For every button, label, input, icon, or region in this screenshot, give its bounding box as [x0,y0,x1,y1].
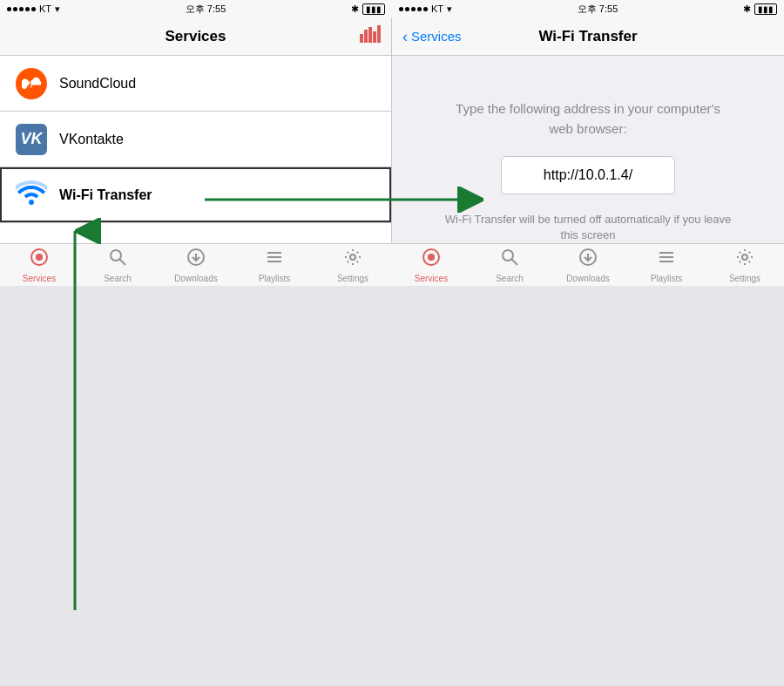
downloads-tab-icon [186,248,206,272]
svg-point-14 [350,255,355,260]
left-tab-playlists[interactable]: Playlists [235,244,314,286]
svg-rect-3 [373,31,376,43]
right-wifi: ▾ [447,3,452,15]
svg-rect-0 [360,34,363,43]
right-panel-header: ‹ Services Wi-Fi Transfer [392,17,784,56]
right-tab-downloads[interactable]: Downloads [549,244,627,286]
left-battery: ✱ ▮▮▮ [351,3,385,15]
right-downloads-tab-icon [578,248,598,272]
search-tab-icon [108,248,127,272]
right-tab-bar: Services Search [392,243,784,286]
vkontakte-label: VKontakte [59,132,124,147]
svg-point-6 [36,254,43,261]
right-tab-search[interactable]: Search [470,244,549,286]
svg-line-18 [512,259,518,265]
left-services-tab-label: Services [23,274,56,283]
main-panels: Services [0,17,784,286]
right-services-tab-label: Services [415,274,448,283]
left-panel-title: Services [166,28,226,45]
left-time: 오후 7:55 [186,3,226,16]
back-chevron-icon: ‹ [402,29,408,44]
right-panel-title: Wi-Fi Transfer [538,28,637,45]
right-services-tab-icon [422,248,441,272]
right-carrier: KT [431,3,443,14]
list-item-wifi-transfer[interactable]: Wi-Fi Transfer [0,167,391,223]
right-time: 오후 7:55 [578,3,618,16]
left-playlists-tab-label: Playlists [259,274,291,283]
chart-icon[interactable] [360,25,381,47]
left-tab-bar: Services Search [0,243,392,286]
left-search-tab-label: Search [104,274,132,283]
left-tab-downloads[interactable]: Downloads [157,244,235,286]
left-signal: KT ▾ [7,3,60,15]
left-tab-search[interactable]: Search [78,244,157,286]
left-downloads-tab-label: Downloads [174,274,217,283]
carrier-name: KT [39,3,51,14]
left-panel: Services [0,17,392,286]
left-tab-services[interactable]: Services [0,244,78,286]
right-status-bar: KT ▾ 오후 7:55 ✱ ▮▮▮ [392,0,784,17]
battery-icon: ▮▮▮ [362,3,385,15]
wifi-status: ▾ [55,3,60,15]
left-tab-settings[interactable]: Settings [314,244,392,286]
right-panel: ‹ Services Wi-Fi Transfer Type the follo… [392,17,784,286]
right-content: Type the following address in your compu… [392,56,784,243]
right-tab-settings[interactable]: Settings [706,244,784,286]
right-downloads-tab-label: Downloads [566,274,609,283]
services-list: SoundCloud VK VKontakte [0,56,391,243]
svg-rect-4 [377,25,381,43]
svg-point-24 [742,255,747,260]
list-item-vkontakte[interactable]: VK VKontakte [0,112,391,167]
right-playlists-tab-icon [657,248,676,272]
soundcloud-icon [14,66,49,101]
list-item-soundcloud[interactable]: SoundCloud [0,56,391,112]
warning-text: Wi-Fi Transfer will be turned off automa… [422,212,754,243]
svg-rect-1 [364,30,368,43]
services-tab-icon [30,248,49,272]
wifi-transfer-label: Wi-Fi Transfer [59,187,152,203]
signal-dots [7,7,36,11]
playlists-tab-icon [265,248,284,272]
wifi-transfer-icon [14,178,49,213]
right-search-tab-label: Search [496,274,524,283]
url-display: http://10.0.1.4/ [501,156,675,194]
right-tab-services[interactable]: Services [392,244,470,286]
soundcloud-label: SoundCloud [59,76,136,92]
svg-rect-2 [368,27,372,43]
left-panel-header: Services [0,17,391,56]
right-signal: KT ▾ [399,3,452,15]
left-status-bar: KT ▾ 오후 7:55 ✱ ▮▮▮ [0,0,392,17]
right-battery: ✱ ▮▮▮ [743,3,777,15]
bluetooth-icon: ✱ [351,3,359,15]
svg-point-16 [428,254,435,261]
left-settings-tab-label: Settings [337,274,368,283]
status-bars: KT ▾ 오후 7:55 ✱ ▮▮▮ KT ▾ 오 [0,0,784,17]
right-tab-playlists[interactable]: Playlists [627,244,706,286]
right-search-tab-icon [500,248,519,272]
settings-tab-icon [343,248,362,272]
instruction-text: Type the following address in your compu… [431,99,745,139]
vk-icon: VK [14,122,49,157]
right-signal-dots [399,7,428,11]
svg-point-17 [503,250,513,261]
right-playlists-tab-label: Playlists [651,274,683,283]
svg-point-7 [111,250,121,261]
right-settings-tab-icon [735,248,754,272]
back-button[interactable]: ‹ Services [402,29,462,44]
svg-line-8 [120,259,126,265]
right-battery-icon: ▮▮▮ [754,3,777,15]
right-settings-tab-label: Settings [729,274,760,283]
back-label: Services [411,29,462,44]
right-bluetooth-icon: ✱ [743,3,751,15]
